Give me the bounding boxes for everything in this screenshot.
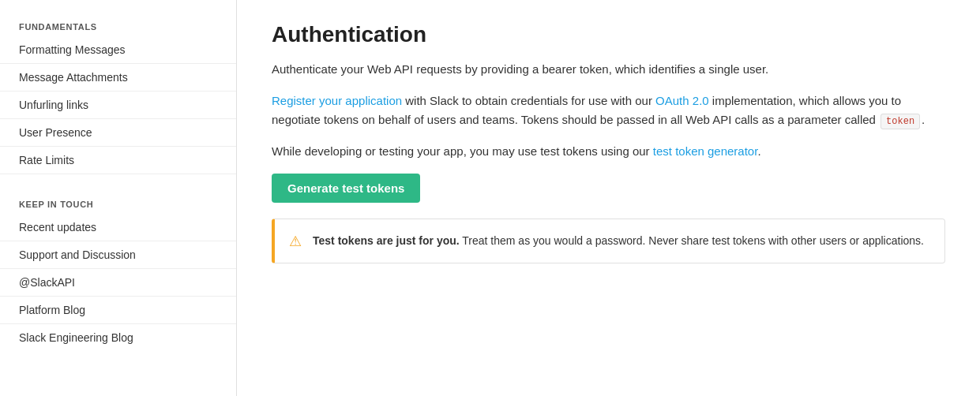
warning-box: ⚠ Test tokens are just for you. Treat th… bbox=[272, 219, 945, 263]
sidebar-section-fundamentals: FUNDAMENTALS bbox=[0, 9, 236, 36]
sidebar-item-support-and-discussion[interactable]: Support and Discussion bbox=[0, 241, 236, 269]
token-code: token bbox=[880, 114, 920, 129]
sidebar: FUNDAMENTALS Formatting Messages Message… bbox=[0, 0, 237, 396]
main-content: Authentication Authenticate your Web API… bbox=[237, 0, 980, 396]
page-title: Authentication bbox=[272, 22, 945, 47]
warning-icon: ⚠ bbox=[289, 233, 302, 250]
warning-text: Test tokens are just for you. Treat them… bbox=[313, 232, 924, 249]
sidebar-item-message-attachments[interactable]: Message Attachments bbox=[0, 64, 236, 92]
test-token-generator-link[interactable]: test token generator bbox=[653, 144, 758, 158]
sidebar-item-recent-updates[interactable]: Recent updates bbox=[0, 214, 236, 241]
oauth-paragraph: Register your application with Slack to … bbox=[272, 92, 945, 129]
oauth-link[interactable]: OAuth 2.0 bbox=[655, 94, 709, 107]
sidebar-section-keep-in-touch: KEEP IN TOUCH bbox=[0, 187, 236, 214]
sidebar-item-formatting-messages[interactable]: Formatting Messages bbox=[0, 36, 236, 64]
test-token-paragraph: While developing or testing your app, yo… bbox=[272, 142, 945, 161]
sidebar-item-user-presence[interactable]: User Presence bbox=[0, 119, 236, 147]
sidebar-item-slack-api-twitter[interactable]: @SlackAPI bbox=[0, 269, 236, 297]
sidebar-item-unfurling-links[interactable]: Unfurling links bbox=[0, 92, 236, 119]
generate-test-tokens-button[interactable]: Generate test tokens bbox=[272, 174, 420, 203]
sidebar-item-platform-blog[interactable]: Platform Blog bbox=[0, 297, 236, 324]
register-app-link[interactable]: Register your application bbox=[272, 94, 402, 107]
warning-bold-text: Test tokens are just for you. bbox=[313, 234, 460, 247]
sidebar-item-rate-limits[interactable]: Rate Limits bbox=[0, 147, 236, 174]
sidebar-item-slack-engineering-blog[interactable]: Slack Engineering Blog bbox=[0, 324, 236, 351]
intro-paragraph: Authenticate your Web API requests by pr… bbox=[272, 60, 945, 79]
